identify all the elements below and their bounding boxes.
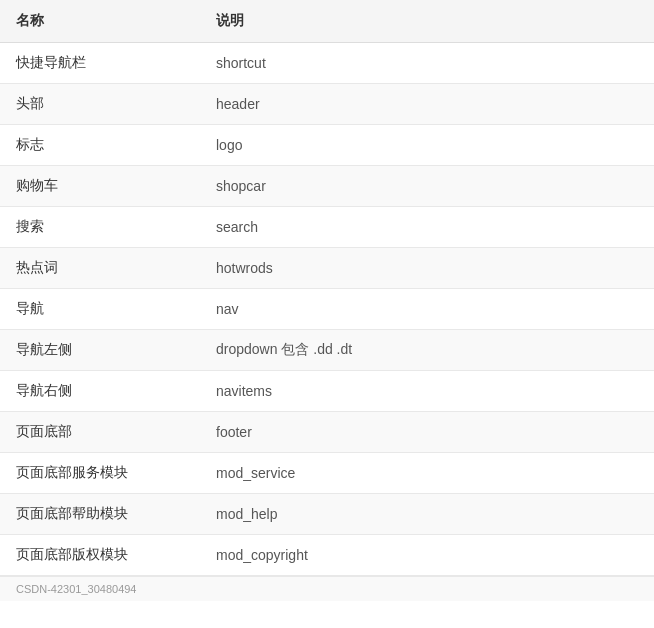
table-row: 页面底部帮助模块mod_help xyxy=(0,494,654,535)
cell-description: dropdown 包含 .dd .dt xyxy=(200,330,654,371)
cell-description: header xyxy=(200,84,654,125)
table-row: 热点词hotwrods xyxy=(0,248,654,289)
table-row: 页面底部版权模块mod_copyright xyxy=(0,535,654,576)
cell-description: hotwrods xyxy=(200,248,654,289)
watermark: CSDN-42301_30480494 xyxy=(0,576,654,601)
column-header-description: 说明 xyxy=(200,0,654,43)
table-row: 页面底部footer xyxy=(0,412,654,453)
cell-name: 搜索 xyxy=(0,207,200,248)
cell-description: search xyxy=(200,207,654,248)
cell-description: mod_copyright xyxy=(200,535,654,576)
cell-name: 页面底部 xyxy=(0,412,200,453)
table-row: 导航左侧dropdown 包含 .dd .dt xyxy=(0,330,654,371)
cell-name: 购物车 xyxy=(0,166,200,207)
table-row: 标志logo xyxy=(0,125,654,166)
cell-name: 快捷导航栏 xyxy=(0,43,200,84)
table-header-row: 名称 说明 xyxy=(0,0,654,43)
cell-description: mod_service xyxy=(200,453,654,494)
cell-description: shortcut xyxy=(200,43,654,84)
cell-name: 头部 xyxy=(0,84,200,125)
cell-description: navitems xyxy=(200,371,654,412)
cell-name: 导航左侧 xyxy=(0,330,200,371)
table-row: 导航nav xyxy=(0,289,654,330)
cell-description: footer xyxy=(200,412,654,453)
data-table: 名称 说明 快捷导航栏shortcut头部header标志logo购物车shop… xyxy=(0,0,654,576)
table-row: 页面底部服务模块mod_service xyxy=(0,453,654,494)
table-row: 快捷导航栏shortcut xyxy=(0,43,654,84)
table-row: 搜索search xyxy=(0,207,654,248)
cell-name: 标志 xyxy=(0,125,200,166)
cell-name: 导航右侧 xyxy=(0,371,200,412)
table-row: 购物车shopcar xyxy=(0,166,654,207)
table-row: 头部header xyxy=(0,84,654,125)
cell-description: shopcar xyxy=(200,166,654,207)
table-row: 导航右侧navitems xyxy=(0,371,654,412)
cell-name: 热点词 xyxy=(0,248,200,289)
main-container: 名称 说明 快捷导航栏shortcut头部header标志logo购物车shop… xyxy=(0,0,654,601)
cell-description: nav xyxy=(200,289,654,330)
cell-name: 页面底部版权模块 xyxy=(0,535,200,576)
column-header-name: 名称 xyxy=(0,0,200,43)
cell-description: logo xyxy=(200,125,654,166)
cell-name: 导航 xyxy=(0,289,200,330)
cell-description: mod_help xyxy=(200,494,654,535)
cell-name: 页面底部服务模块 xyxy=(0,453,200,494)
cell-name: 页面底部帮助模块 xyxy=(0,494,200,535)
